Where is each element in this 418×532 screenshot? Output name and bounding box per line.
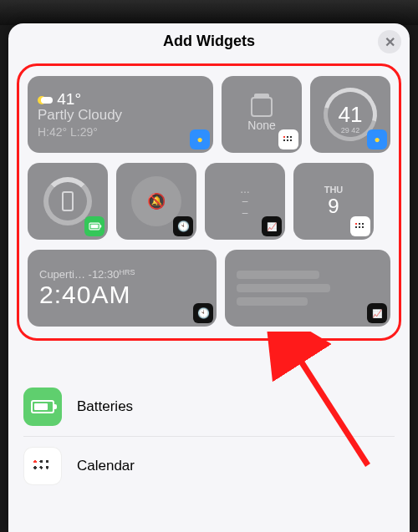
stock-bars [225,250,390,327]
sheet-header: Add Widgets ✕ [8,23,410,58]
app-list-label: Batteries [77,398,133,415]
calendar-day-widget[interactable]: THU 9 [293,163,374,240]
calendar-widget-empty[interactable]: None [222,76,302,153]
app-list-label: Calendar [77,458,135,474]
weather-gauge-widget[interactable]: 41 29 42 ● [310,76,390,153]
weather-app-icon: ● [190,129,210,149]
dash-2: – [242,207,248,219]
wallpaper-strip [0,0,418,25]
dots-icon: … [240,184,250,195]
weather-app-icon: ● [367,129,387,149]
bar-icon [237,284,330,292]
stocks-app-icon: 📈 [367,303,387,323]
app-list-item-batteries[interactable]: Batteries [23,377,395,437]
batteries-widget[interactable] [28,163,108,240]
phone-icon [62,191,74,211]
batteries-app-icon [23,388,62,426]
gauge-value: 41 [339,102,363,128]
calendar-app-icon [23,447,62,485]
bar-icon [237,271,319,279]
cloud-icon [41,97,53,104]
widget-row: Cuperti… -12:30HRS 2:40AM 🕙 📈 [28,250,390,327]
widget-row: 41° Partly Cloudy H:42° L:29° ● None 41 … [28,76,390,153]
stocks-app-icon: 📈 [262,216,282,236]
clock-app-icon: 🕙 [193,303,213,323]
calendar-dow: THU [324,185,344,195]
clock-city-widget[interactable]: 🔕 🕙 [116,163,196,240]
dash-1: – [242,195,248,207]
calendar-app-icon [278,129,298,149]
sheet-title: Add Widgets [163,33,255,50]
widget-gallery-highlight: 41° Partly Cloudy H:42° L:29° ● None 41 … [17,63,401,341]
add-widgets-sheet: Add Widgets ✕ 41° Partly Cloudy H:42° L:… [8,23,410,532]
batteries-app-icon [84,216,104,236]
gauge-range: 29 42 [341,126,360,134]
widget-row: 🔕 🕙 … – – 📈 THU 9 [28,163,390,240]
weather-condition: Partly Cloudy [38,107,203,124]
weather-hilo: H:42° L:29° [38,125,203,139]
close-button[interactable]: ✕ [378,30,401,53]
world-clock-widget[interactable]: Cuperti… -12:30HRS 2:40AM 🕙 [28,250,217,327]
weather-widget-medium[interactable]: 41° Partly Cloudy H:42° L:29° ● [28,76,213,153]
stocks-widget-medium[interactable]: 📈 [225,250,390,327]
clock-app-icon: 🕙 [173,216,193,236]
app-list-item-calendar[interactable]: Calendar [23,437,395,495]
weather-temp: 41° [38,90,203,109]
bar-icon [237,297,308,306]
calendar-icon [251,97,273,117]
stocks-widget-small[interactable]: … – – 📈 [205,163,285,240]
clock-city-line: Cuperti… -12:30HRS [39,268,205,281]
app-list: Batteries Calendar [23,377,395,495]
calendar-none-label: None [247,119,275,132]
calendar-date: 9 [328,195,339,218]
calendar-app-icon [350,216,370,236]
clock-time: 2:40AM [39,281,205,309]
